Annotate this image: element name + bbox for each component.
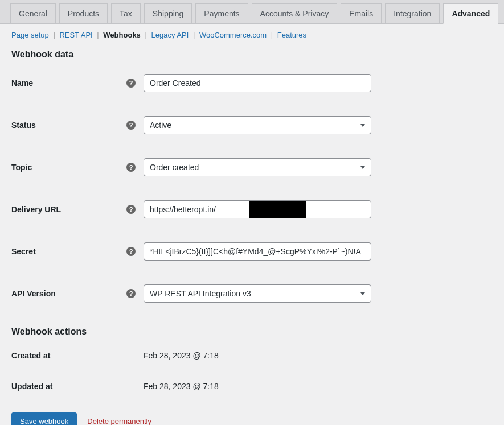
help-icon[interactable]: ? xyxy=(126,121,136,130)
help-icon[interactable]: ? xyxy=(126,247,136,256)
section-title-actions: Webhook actions xyxy=(11,327,493,337)
tab-general[interactable]: General xyxy=(10,3,56,23)
subnav-page-setup[interactable]: Page setup xyxy=(11,31,49,39)
help-icon[interactable]: ? xyxy=(126,163,136,172)
subnav-separator: | xyxy=(193,31,195,39)
status-select-value: Active xyxy=(150,121,171,130)
api-version-select-value: WP REST API Integration v3 xyxy=(150,289,251,298)
topic-select-value: Order created xyxy=(150,163,199,172)
status-label: Status xyxy=(11,121,36,130)
topic-label: Topic xyxy=(11,163,32,172)
tab-integration[interactable]: Integration xyxy=(385,3,440,23)
subnav: Page setup | REST API | Webhooks | Legac… xyxy=(0,24,504,45)
subnav-woocommerce[interactable]: WooCommerce.com xyxy=(199,31,267,39)
subnav-webhooks[interactable]: Webhooks xyxy=(103,31,141,39)
updated-at-label: Updated at xyxy=(11,382,52,391)
section-title-data: Webhook data xyxy=(11,49,493,60)
tab-shipping[interactable]: Shipping xyxy=(144,3,192,23)
tab-advanced[interactable]: Advanced xyxy=(443,3,498,24)
created-at-value: Feb 28, 2023 @ 7:18 xyxy=(144,351,219,360)
subnav-rest-api[interactable]: REST API xyxy=(59,31,92,39)
tab-tax[interactable]: Tax xyxy=(111,3,141,23)
subnav-features[interactable]: Features xyxy=(277,31,306,39)
tab-accounts-privacy[interactable]: Accounts & Privacy xyxy=(252,3,338,23)
updated-at-value: Feb 28, 2023 @ 7:18 xyxy=(144,382,219,391)
tab-payments[interactable]: Payments xyxy=(195,3,248,23)
topic-select[interactable]: Order created xyxy=(144,158,371,176)
delete-link[interactable]: Delete permanently xyxy=(87,417,151,425)
subnav-legacy-api[interactable]: Legacy API xyxy=(151,31,189,39)
api-version-label: API Version xyxy=(11,289,56,298)
subnav-separator: | xyxy=(145,31,146,39)
tab-emails[interactable]: Emails xyxy=(341,3,382,23)
delivery-url-label: Delivery URL xyxy=(11,205,61,214)
chevron-down-icon xyxy=(360,166,365,169)
help-icon[interactable]: ? xyxy=(126,205,136,214)
subnav-separator: | xyxy=(97,31,99,39)
secret-label: Secret xyxy=(11,247,36,256)
name-label: Name xyxy=(11,79,33,88)
help-icon[interactable]: ? xyxy=(126,289,136,298)
help-icon[interactable]: ? xyxy=(126,79,136,88)
settings-tabs: General Products Tax Shipping Payments A… xyxy=(0,0,504,24)
name-input[interactable] xyxy=(144,74,371,92)
subnav-separator: | xyxy=(53,31,55,39)
tab-products[interactable]: Products xyxy=(59,3,108,23)
secret-input[interactable] xyxy=(144,242,371,261)
chevron-down-icon xyxy=(360,124,365,127)
chevron-down-icon xyxy=(360,292,365,295)
created-at-label: Created at xyxy=(11,351,50,360)
subnav-separator: | xyxy=(271,31,273,39)
delivery-url-input[interactable] xyxy=(144,200,371,218)
save-button[interactable]: Save webhook xyxy=(11,412,77,425)
api-version-select[interactable]: WP REST API Integration v3 xyxy=(144,284,371,303)
status-select[interactable]: Active xyxy=(144,116,371,134)
